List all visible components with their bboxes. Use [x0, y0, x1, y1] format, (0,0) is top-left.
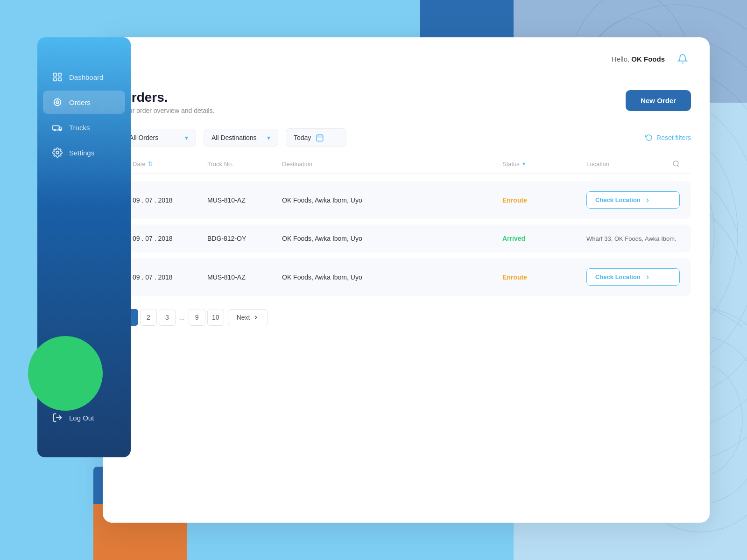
- order-status-1: Enroute: [502, 196, 586, 204]
- svg-point-20: [56, 101, 59, 104]
- table-header: Date ⇅ Truck No. Destination Status ▾ Lo…: [121, 160, 691, 174]
- dashboard-icon: [52, 72, 63, 82]
- orders-filter-chevron: ▾: [185, 134, 188, 141]
- trucks-icon: [52, 122, 63, 133]
- date-filter-label: Today: [294, 134, 311, 141]
- order-dest-2: OK Foods, Awka Ibom, Uyo: [282, 235, 502, 242]
- reset-icon: [645, 134, 653, 141]
- table-row: 09 . 07 . 2018 BDG-812-OY OK Foods, Awka…: [121, 224, 691, 252]
- order-location-2: Wharf 33, OK Foods, Awka Ibom.: [586, 235, 680, 242]
- page-subtitle: Your order overview and details.: [121, 107, 215, 114]
- filters-row: All Orders ▾ All Destinations ▾ Today: [121, 128, 691, 147]
- col-location: Location: [586, 160, 680, 168]
- svg-point-24: [56, 151, 59, 154]
- orders-filter[interactable]: All Orders ▾: [121, 129, 196, 147]
- bell-icon: [677, 54, 688, 64]
- order-date-2: 09 . 07 . 2018: [133, 235, 207, 242]
- reset-filters-label: Reset filters: [656, 134, 691, 141]
- svg-rect-18: [58, 78, 61, 81]
- greeting-prefix: Hello,: [612, 55, 632, 63]
- check-location-button-1[interactable]: Check Location: [586, 191, 680, 209]
- greeting-name: OK Foods: [631, 55, 665, 63]
- page-btn-3[interactable]: 3: [159, 309, 176, 326]
- check-location-button-2[interactable]: Check Location: [586, 268, 680, 286]
- order-dest-3: OK Foods, Awka Ibom, Uyo: [282, 273, 502, 281]
- col-status: Status ▾: [502, 160, 586, 168]
- col-destination: Destination: [282, 160, 502, 168]
- order-status-3: Enroute: [502, 273, 586, 281]
- page-btn-9[interactable]: 9: [189, 309, 205, 326]
- order-date-1: 09 . 07 . 2018: [133, 196, 207, 204]
- date-sort-icon[interactable]: ⇅: [148, 161, 153, 167]
- sidebar-logout-section: Log Out: [37, 406, 131, 439]
- sidebar-item-trucks[interactable]: Trucks: [43, 116, 125, 139]
- svg-rect-21: [53, 126, 59, 130]
- greeting-text: Hello, OK Foods: [612, 55, 665, 63]
- svg-point-19: [54, 99, 61, 106]
- page-btn-10[interactable]: 10: [207, 309, 224, 326]
- svg-rect-16: [58, 73, 61, 76]
- status-sort-icon[interactable]: ▾: [522, 161, 525, 167]
- svg-rect-26: [317, 135, 324, 141]
- chevron-right-icon: [644, 197, 651, 203]
- destinations-filter-chevron: ▾: [267, 134, 270, 141]
- sidebar: Dashboard Orders Trucks Setti: [37, 37, 131, 457]
- sidebar-item-settings[interactable]: Settings: [43, 141, 125, 164]
- main-body: Orders. Your order overview and details.…: [103, 75, 710, 337]
- table-row: 09 . 07 . 2018 MUS-810-AZ OK Foods, Awka…: [121, 181, 691, 219]
- reset-filters-button[interactable]: Reset filters: [645, 134, 691, 141]
- sidebar-label-dashboard: Dashboard: [69, 73, 103, 81]
- col-date: Date ⇅: [133, 160, 207, 168]
- date-filter[interactable]: Today: [286, 128, 346, 147]
- sidebar-item-dashboard[interactable]: Dashboard: [43, 65, 125, 89]
- svg-rect-15: [54, 73, 56, 76]
- sidebar-label-settings: Settings: [69, 149, 94, 157]
- order-truck-1: MUS-810-AZ: [207, 196, 282, 204]
- pagination: 1 2 3 ... 9 10 Next: [121, 309, 691, 326]
- page-dots: ...: [177, 314, 187, 321]
- page-title-row: Orders. Your order overview and details.…: [121, 90, 691, 114]
- destinations-filter-label: All Destinations: [211, 134, 257, 141]
- chevron-right-icon: [644, 274, 651, 280]
- page-heading: Orders. Your order overview and details.: [121, 90, 215, 114]
- destinations-filter[interactable]: All Destinations ▾: [204, 129, 278, 147]
- next-button[interactable]: Next: [228, 309, 268, 325]
- sidebar-item-orders[interactable]: Orders: [43, 91, 125, 114]
- svg-line-31: [677, 165, 679, 167]
- logout-icon: [52, 413, 63, 423]
- table-row: 09 . 07 . 2018 MUS-810-AZ OK Foods, Awka…: [121, 258, 691, 296]
- order-status-2: Arrived: [502, 235, 586, 242]
- order-truck-3: MUS-810-AZ: [207, 273, 282, 281]
- sidebar-label-trucks: Trucks: [69, 124, 90, 132]
- settings-icon: [52, 147, 63, 158]
- bell-icon-button[interactable]: [674, 50, 691, 67]
- sidebar-nav: Dashboard Orders Trucks Setti: [37, 65, 131, 406]
- order-dest-1: OK Foods, Awka Ibom, Uyo: [282, 196, 502, 204]
- sidebar-label-logout: Log Out: [69, 414, 94, 422]
- orders-filter-label: All Orders: [129, 134, 158, 141]
- calendar-icon: [316, 133, 324, 142]
- order-date-3: 09 . 07 . 2018: [133, 273, 207, 281]
- sidebar-item-logout[interactable]: Log Out: [49, 406, 120, 429]
- new-order-button[interactable]: New Order: [626, 90, 691, 111]
- location-search-icon[interactable]: [672, 160, 680, 168]
- page-title: Orders.: [121, 90, 215, 105]
- next-chevron-icon: [253, 314, 259, 321]
- svg-point-30: [673, 161, 678, 166]
- main-header: Hello, OK Foods: [103, 37, 710, 75]
- main-content: Hello, OK Foods Orders. Your order overv…: [103, 37, 710, 523]
- orders-icon: [52, 97, 63, 107]
- sidebar-label-orders: Orders: [69, 98, 91, 106]
- svg-rect-17: [54, 78, 56, 81]
- order-truck-2: BDG-812-OY: [207, 235, 282, 242]
- page-btn-2[interactable]: 2: [140, 309, 157, 326]
- col-truck: Truck No.: [207, 160, 282, 168]
